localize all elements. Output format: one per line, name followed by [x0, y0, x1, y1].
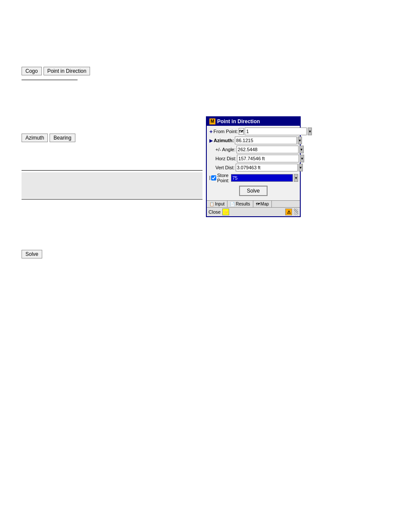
store-point-checkbox-area: Store Point: [211, 173, 229, 183]
warning-icon: ⚠ [285, 208, 292, 215]
tab-input-label: Input [215, 202, 224, 206]
horz-dist-row: Horz Dist: ▼ [209, 155, 297, 162]
store-point-row: Store Point: ▼ [209, 173, 297, 183]
solve-area: Solve [22, 250, 42, 258]
dialog-solve-button[interactable]: Solve [239, 186, 268, 196]
cogo-button[interactable]: Cogo [22, 67, 42, 75]
from-point-input[interactable] [245, 128, 307, 135]
point-in-direction-button[interactable]: Point in Direction [44, 67, 90, 75]
solve-button[interactable]: Solve [22, 250, 42, 258]
angle-dropdown[interactable]: ▼ [299, 146, 304, 153]
bearing-button[interactable]: Bearing [50, 134, 75, 142]
close-label: Close [209, 209, 221, 215]
tab-input[interactable]: 📋 Input [207, 201, 227, 207]
results-tab-icon: 📄 [230, 202, 235, 206]
from-point-icon[interactable]: 🗺 [239, 128, 244, 135]
vert-dist-input[interactable] [236, 164, 298, 171]
dialog-tabs: 📋 Input 📄 Results 🗺 Map [207, 200, 300, 207]
dialog-title: Point in Direction [217, 118, 260, 124]
from-point-label: From Point: [214, 129, 238, 134]
tab-results-label: Results [236, 202, 250, 206]
top-divider [22, 170, 202, 171]
point-in-direction-dialog: M Point in Direction + From Point: 🗺 ▼ ▶… [206, 116, 301, 217]
vert-dist-label: Vert Dist: [209, 165, 235, 170]
dialog-body: + From Point: 🗺 ▼ ▶ Azimuth: ▼ +/- Angle… [207, 126, 300, 200]
store-point-dropdown[interactable]: ▼ [294, 174, 298, 182]
close-icon-button[interactable]: ⭐ [222, 208, 229, 215]
azimuth-button[interactable]: Azimuth [22, 134, 48, 142]
dialog-footer: Close ⭐ ⚠ [207, 207, 300, 216]
store-point-square [209, 176, 210, 180]
azimuth-dropdown[interactable]: ▼ [298, 137, 302, 144]
azimuth-input[interactable] [235, 137, 297, 144]
from-point-row: + From Point: 🗺 ▼ [209, 128, 297, 135]
map-tab-icon: 🗺 [256, 202, 260, 206]
tab-map-label: Map [261, 202, 269, 206]
azimuth-label: Azimuth: [214, 138, 234, 143]
angle-input[interactable] [237, 146, 299, 153]
angle-label: +/- Angle: [209, 147, 236, 152]
tab-map[interactable]: 🗺 Map [253, 201, 272, 207]
toolbar: Cogo Point in Direction [22, 67, 90, 75]
angle-row: +/- Angle: ▼ [209, 146, 297, 153]
horz-dist-dropdown[interactable]: ▼ [300, 155, 304, 162]
dialog-titlebar[interactable]: M Point in Direction [207, 117, 300, 126]
azimuth-arrow-icon: ▶ [209, 138, 213, 143]
plus-icon: + [209, 128, 213, 135]
store-point-input[interactable] [231, 174, 293, 182]
vert-dist-row: Vert Dist: ▼ [209, 164, 297, 171]
from-point-dropdown[interactable]: ▼ [308, 128, 312, 135]
vert-dist-dropdown[interactable]: ▼ [299, 164, 303, 171]
input-tab-icon: 📋 [209, 202, 214, 206]
horz-dist-label: Horz Dist: [209, 156, 236, 161]
tab-results[interactable]: 📄 Results [227, 201, 253, 207]
resize-handle[interactable] [294, 208, 298, 215]
text-area-box [22, 172, 202, 198]
azimuth-row: ▶ Azimuth: ▼ [209, 137, 297, 144]
store-point-checkbox[interactable] [211, 175, 216, 180]
az-bearing-group: Azimuth Bearing [22, 134, 75, 142]
dialog-title-icon: M [209, 118, 215, 124]
store-point-label: Store Point: [217, 173, 229, 183]
horz-dist-input[interactable] [237, 155, 299, 162]
toolbar-underline [22, 80, 78, 80]
bottom-divider [22, 199, 202, 199]
